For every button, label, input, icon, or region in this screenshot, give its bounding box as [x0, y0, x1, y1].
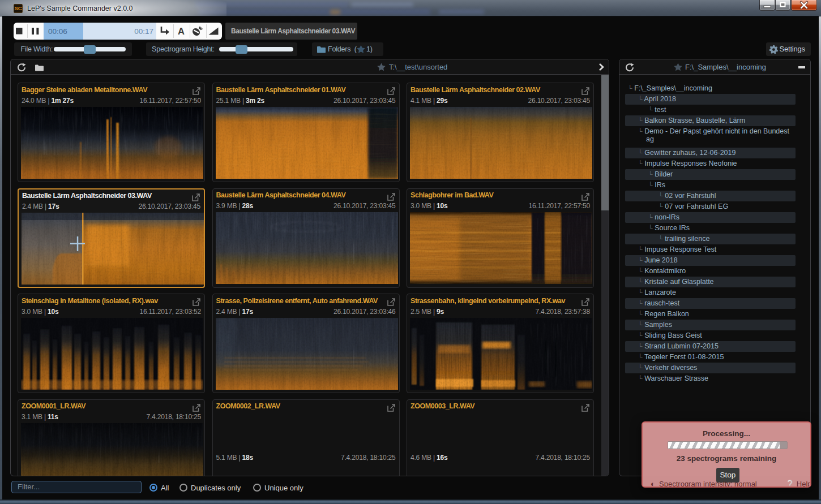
svg-text:A: A	[178, 26, 185, 36]
